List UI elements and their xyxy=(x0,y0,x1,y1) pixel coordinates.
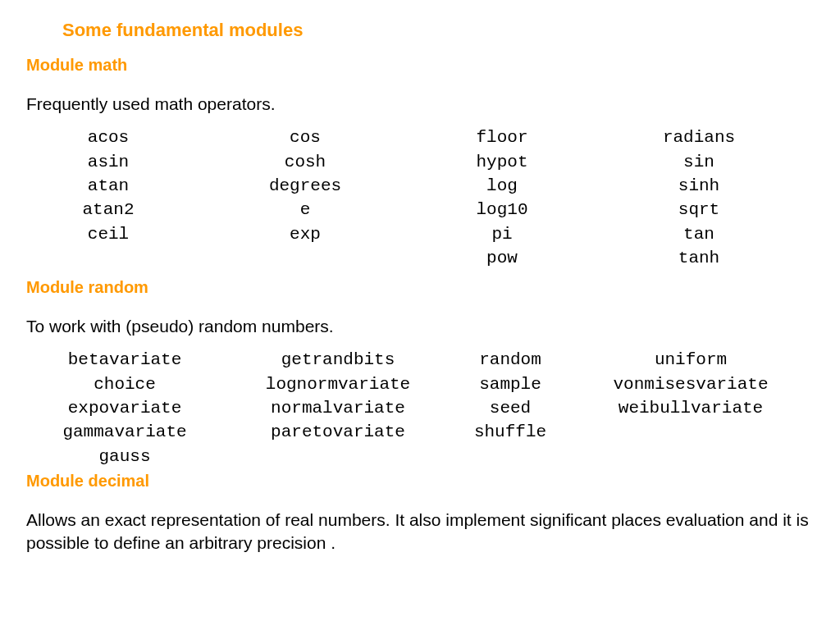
section-desc-random: To work with (pseudo) random numbers. xyxy=(26,315,814,338)
table-row: atandegreeslogsinh xyxy=(26,174,814,198)
table-row: choicelognormvariatesamplevonmisesvariat… xyxy=(26,372,814,396)
math-cell xyxy=(190,246,420,270)
random-cell xyxy=(223,445,453,468)
math-cell: exp xyxy=(190,222,420,246)
random-cell: getrandbits xyxy=(223,348,453,372)
page-title: Some fundamental modules xyxy=(62,20,814,41)
random-cell: gauss xyxy=(26,445,223,468)
math-function-table: acoscosfloorradiansasincoshhypotsinatand… xyxy=(26,126,814,270)
random-cell: choice xyxy=(26,372,223,396)
math-cell: floor xyxy=(420,126,584,149)
random-cell: betavariate xyxy=(26,348,223,372)
random-cell: paretovariate xyxy=(223,420,453,444)
random-cell: normalvariate xyxy=(223,396,453,420)
math-cell: ceil xyxy=(26,222,190,246)
random-cell xyxy=(568,420,814,444)
section-heading-math: Module math xyxy=(26,56,814,75)
random-cell: lognormvariate xyxy=(223,372,453,396)
random-cell: shuffle xyxy=(453,420,568,444)
math-cell: cos xyxy=(190,126,420,149)
math-cell: hypot xyxy=(420,150,584,174)
math-cell: acos xyxy=(26,126,190,149)
random-cell: expovariate xyxy=(26,396,223,420)
math-cell: sin xyxy=(584,150,814,174)
math-cell: tan xyxy=(584,222,814,246)
random-cell: random xyxy=(453,348,568,372)
math-cell: tanh xyxy=(584,246,814,270)
table-row: atan2elog10sqrt xyxy=(26,198,814,221)
table-row: betavariategetrandbitsrandomuniform xyxy=(26,348,814,372)
math-cell: atan xyxy=(26,174,190,198)
math-cell: log xyxy=(420,174,584,198)
section-heading-random: Module random xyxy=(26,278,814,297)
table-row: ceilexppitan xyxy=(26,222,814,246)
math-cell: degrees xyxy=(190,174,420,198)
random-cell: sample xyxy=(453,372,568,396)
math-cell: sqrt xyxy=(584,198,814,221)
math-cell: pi xyxy=(420,222,584,246)
math-cell: sinh xyxy=(584,174,814,198)
math-cell: radians xyxy=(584,126,814,149)
math-cell: e xyxy=(190,198,420,221)
table-row: gauss xyxy=(26,445,814,468)
math-cell: asin xyxy=(26,150,190,174)
table-row: acoscosfloorradians xyxy=(26,126,814,149)
section-heading-decimal: Module decimal xyxy=(26,472,814,491)
table-row: expovariatenormalvariateseedweibullvaria… xyxy=(26,396,814,420)
math-cell: pow xyxy=(420,246,584,270)
table-row: powtanh xyxy=(26,246,814,270)
table-row: asincoshhypotsin xyxy=(26,150,814,174)
random-cell: seed xyxy=(453,396,568,420)
random-cell: vonmisesvariate xyxy=(568,372,814,396)
table-row: gammavariateparetovariateshuffle xyxy=(26,420,814,444)
math-cell: cosh xyxy=(190,150,420,174)
random-cell: weibullvariate xyxy=(568,396,814,420)
random-cell xyxy=(453,445,568,468)
random-cell: gammavariate xyxy=(26,420,223,444)
random-function-table: betavariategetrandbitsrandomuniformchoic… xyxy=(26,348,814,468)
section-desc-math: Frequently used math operators. xyxy=(26,93,814,116)
math-cell: log10 xyxy=(420,198,584,221)
random-cell xyxy=(568,445,814,468)
random-cell: uniform xyxy=(568,348,814,372)
math-cell: atan2 xyxy=(26,198,190,221)
section-desc-decimal: Allows an exact representation of real n… xyxy=(26,509,814,555)
math-cell xyxy=(26,246,190,270)
